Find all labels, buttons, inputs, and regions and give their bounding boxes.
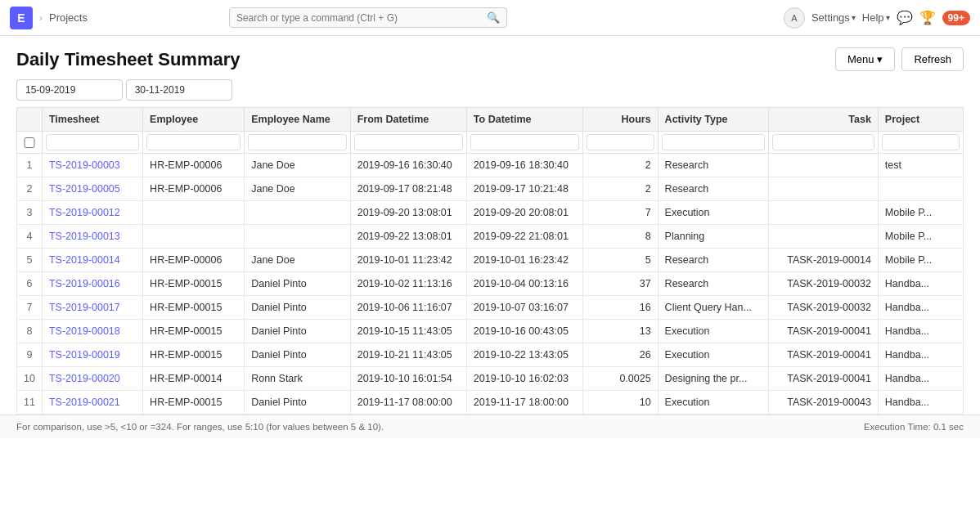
cell-timesheet[interactable]: TS-2019-00017 xyxy=(42,296,142,320)
cell-num: 1 xyxy=(17,154,43,177)
filter-task[interactable] xyxy=(772,134,874,150)
cell-num: 8 xyxy=(17,320,43,343)
filter-to-datetime[interactable] xyxy=(470,134,579,150)
menu-button[interactable]: Menu ▾ xyxy=(835,47,896,71)
timesheet-link[interactable]: TS-2019-00013 xyxy=(49,231,120,242)
table-row: 10 TS-2019-00020 HR-EMP-00014 Ronn Stark… xyxy=(17,367,964,391)
cell-from-datetime: 2019-11-17 08:00:00 xyxy=(350,391,466,415)
page-header: Daily Timesheet Summary Menu ▾ Refresh xyxy=(0,36,980,79)
timesheet-link[interactable]: TS-2019-00012 xyxy=(49,207,120,218)
cell-hours: 16 xyxy=(583,296,659,320)
cell-from-datetime: 2019-10-15 11:43:05 xyxy=(350,320,466,343)
cell-project: Handba... xyxy=(878,343,963,367)
cell-employee: HR-EMP-00015 xyxy=(143,343,245,367)
timesheet-link[interactable]: TS-2019-00019 xyxy=(49,349,120,361)
cell-to-datetime: 2019-09-17 10:21:48 xyxy=(466,177,582,201)
timesheet-link[interactable]: TS-2019-00003 xyxy=(49,159,120,171)
nav-projects-link[interactable]: Projects xyxy=(49,11,88,24)
notification-badge[interactable]: 99+ xyxy=(942,11,970,25)
cell-timesheet[interactable]: TS-2019-00003 xyxy=(42,154,142,177)
cell-project: Mobile P... xyxy=(878,201,963,225)
cell-to-datetime: 2019-10-01 16:23:42 xyxy=(466,249,582,272)
cell-project: Mobile P... xyxy=(878,249,963,272)
timesheet-link[interactable]: TS-2019-00005 xyxy=(49,183,120,195)
top-nav: E › Projects 🔍 A Settings ▾ Help ▾ 💬 🏆 9… xyxy=(0,0,980,36)
filter-from-datetime[interactable] xyxy=(354,134,463,150)
cell-timesheet[interactable]: TS-2019-00005 xyxy=(42,177,142,201)
cell-timesheet[interactable]: TS-2019-00021 xyxy=(42,391,142,415)
app-icon[interactable]: E xyxy=(10,7,33,29)
date-from-input[interactable] xyxy=(16,79,123,101)
cell-activity-type: Execution xyxy=(658,320,769,343)
timesheet-link[interactable]: TS-2019-00020 xyxy=(49,373,120,384)
filter-timesheet[interactable] xyxy=(46,134,139,150)
filter-employee[interactable] xyxy=(146,134,241,150)
execution-time: Execution Time: 0.1 sec xyxy=(864,422,964,432)
cell-to-datetime: 2019-10-04 00:13:16 xyxy=(466,272,582,296)
cell-hours: 5 xyxy=(583,249,659,272)
cell-task xyxy=(769,225,878,249)
cell-task: TASK-2019-00014 xyxy=(769,249,878,272)
date-filters xyxy=(0,79,980,107)
cell-from-datetime: 2019-10-21 11:43:05 xyxy=(350,343,466,367)
cell-hours: 2 xyxy=(583,177,659,201)
search-input[interactable] xyxy=(236,12,483,24)
cell-activity-type: Planning xyxy=(658,225,769,249)
cell-employee: HR-EMP-00015 xyxy=(143,391,245,415)
filter-activity-type[interactable] xyxy=(662,134,766,150)
cell-project: Handba... xyxy=(878,367,963,391)
trophy-icon[interactable]: 🏆 xyxy=(919,10,936,25)
timesheet-link[interactable]: TS-2019-00021 xyxy=(49,397,120,408)
cell-task: TASK-2019-00041 xyxy=(769,320,878,343)
help-menu[interactable]: Help ▾ xyxy=(862,11,890,24)
filter-hours[interactable] xyxy=(587,134,654,150)
cell-project: Handba... xyxy=(878,320,963,343)
menu-caret-icon: ▾ xyxy=(877,53,883,65)
cell-timesheet[interactable]: TS-2019-00012 xyxy=(42,201,142,225)
settings-caret-icon: ▾ xyxy=(852,13,856,22)
cell-task: TASK-2019-00032 xyxy=(769,272,878,296)
cell-num: 2 xyxy=(17,177,43,201)
settings-menu[interactable]: Settings ▾ xyxy=(811,11,856,24)
timesheet-link[interactable]: TS-2019-00018 xyxy=(49,325,120,337)
date-to-input[interactable] xyxy=(126,79,232,101)
filter-employee-name[interactable] xyxy=(248,134,347,150)
col-activity-type: Activity Type xyxy=(658,108,769,132)
cell-employee: HR-EMP-00015 xyxy=(143,296,245,320)
cell-activity-type: Research xyxy=(658,272,769,296)
cell-from-datetime: 2019-09-20 13:08:01 xyxy=(350,201,466,225)
cell-employee-name: Jane Doe xyxy=(245,177,351,201)
cell-timesheet[interactable]: TS-2019-00014 xyxy=(42,249,142,272)
table-row: 7 TS-2019-00017 HR-EMP-00015 Daniel Pint… xyxy=(17,296,964,320)
cell-employee-name: Daniel Pinto xyxy=(245,391,351,415)
cell-hours: 8 xyxy=(583,225,659,249)
timesheet-link[interactable]: TS-2019-00014 xyxy=(49,254,120,266)
cell-timesheet[interactable]: TS-2019-00018 xyxy=(42,320,142,343)
cell-employee-name: Daniel Pinto xyxy=(245,320,351,343)
filter-project[interactable] xyxy=(882,134,960,150)
cell-to-datetime: 2019-10-07 03:16:07 xyxy=(466,296,582,320)
cell-timesheet[interactable]: TS-2019-00013 xyxy=(42,225,142,249)
cell-num: 10 xyxy=(17,367,43,391)
cell-project: Mobile P... xyxy=(878,225,963,249)
cell-from-datetime: 2019-10-10 16:01:54 xyxy=(350,367,466,391)
footer-hint: For comparison, use >5, <10 or =324. For… xyxy=(16,422,384,432)
refresh-button[interactable]: Refresh xyxy=(901,47,964,71)
timesheet-link[interactable]: TS-2019-00016 xyxy=(49,278,120,289)
select-all-checkbox[interactable] xyxy=(20,137,38,148)
cell-employee-name xyxy=(245,201,351,225)
table-footer: For comparison, use >5, <10 or =324. For… xyxy=(0,415,980,438)
table-row: 6 TS-2019-00016 HR-EMP-00015 Daniel Pint… xyxy=(17,272,964,296)
col-hours: Hours xyxy=(583,108,659,132)
chat-icon[interactable]: 💬 xyxy=(897,10,913,25)
cell-timesheet[interactable]: TS-2019-00020 xyxy=(42,367,142,391)
cell-from-datetime: 2019-09-22 13:08:01 xyxy=(350,225,466,249)
cell-task xyxy=(769,154,878,177)
search-bar[interactable]: 🔍 xyxy=(229,7,507,28)
cell-timesheet[interactable]: TS-2019-00019 xyxy=(42,343,142,367)
cell-hours: 37 xyxy=(583,272,659,296)
timesheet-link[interactable]: TS-2019-00017 xyxy=(49,302,120,313)
cell-timesheet[interactable]: TS-2019-00016 xyxy=(42,272,142,296)
avatar: A xyxy=(784,7,805,29)
cell-num: 5 xyxy=(17,249,43,272)
